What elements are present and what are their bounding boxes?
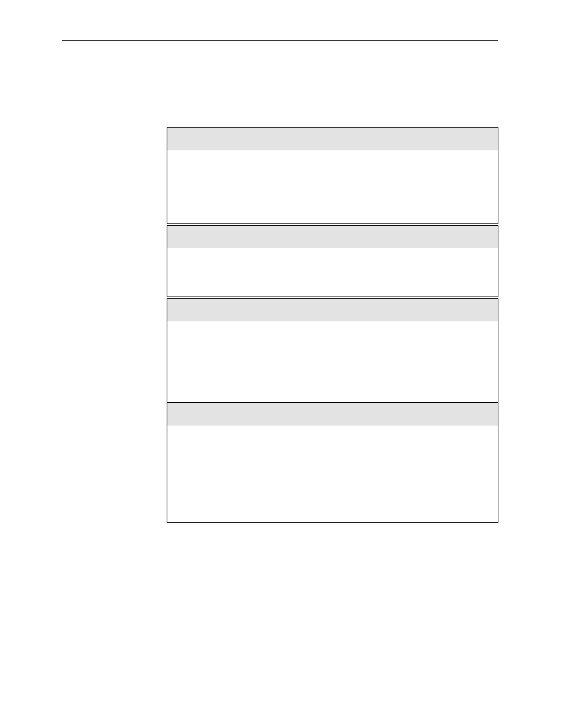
boxed-section-3 <box>167 298 498 403</box>
section-header <box>167 403 498 426</box>
section-header <box>167 299 498 321</box>
document-page <box>0 0 562 728</box>
boxed-section-4 <box>167 403 498 523</box>
horizontal-rule <box>62 40 498 41</box>
section-header <box>167 128 498 150</box>
boxed-section-1 <box>167 127 498 224</box>
boxed-section-2 <box>167 225 498 297</box>
section-header <box>167 226 498 248</box>
